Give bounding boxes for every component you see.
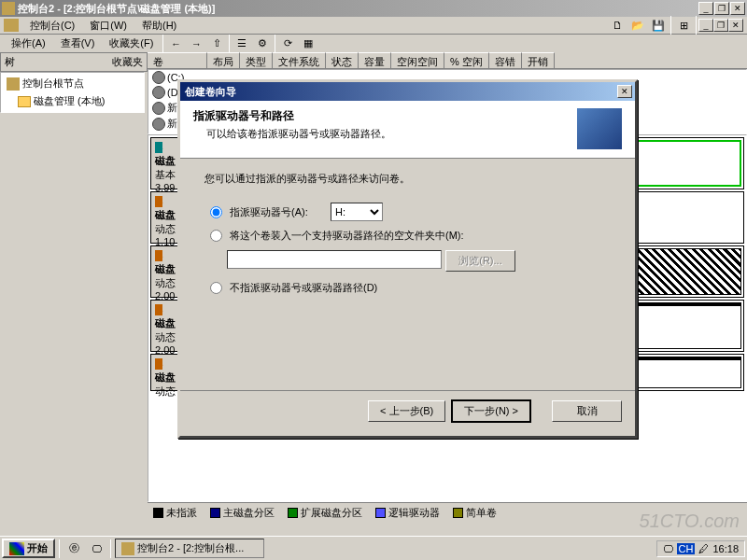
taskbar-task[interactable]: 控制台2 - [2:控制台根... xyxy=(115,539,264,558)
inner-restore-button[interactable]: ❐ xyxy=(713,19,728,32)
radio-assign-letter-label[interactable]: 指派驱动器号(A): xyxy=(230,205,308,219)
legend-unallocated: 未指派 xyxy=(153,506,197,520)
menu-console[interactable]: 控制台(C) xyxy=(22,17,82,35)
app-menu-icon xyxy=(4,19,19,32)
legend-simple: 简单卷 xyxy=(453,506,497,520)
option-mount-folder[interactable]: 将这个卷装入一个支持驱动器路径的空文件夹中(M): xyxy=(204,229,611,243)
system-tray[interactable]: 🖵 CH 🖊 16:18 xyxy=(656,540,745,557)
option-assign-letter[interactable]: 指派驱动器号(A): H: xyxy=(204,203,611,221)
taskbar: 开始 ⓔ 🖵 控制台2 - [2:控制台根... 🖵 CH 🖊 16:18 xyxy=(0,536,747,560)
tree-item-label: 磁盘管理 (本地) xyxy=(34,94,105,108)
wizard-heading: 指派驱动器号和路径 xyxy=(193,108,577,124)
quicklaunch-desktop-icon[interactable]: 🖵 xyxy=(86,539,106,559)
wizard-titlebar[interactable]: 创建卷向导 ✕ xyxy=(180,82,635,101)
menu-window[interactable]: 窗口(W) xyxy=(82,17,134,35)
disk-type: 基本 xyxy=(155,169,176,180)
legend-primary: 主磁盘分区 xyxy=(210,506,275,520)
mount-path-input[interactable] xyxy=(227,250,442,269)
watermark: 51CTO.com xyxy=(640,511,740,532)
tree-root-label: 控制台根节点 xyxy=(22,77,84,91)
drive-letter-select[interactable]: H: xyxy=(331,203,383,221)
inner-close-button[interactable]: ✕ xyxy=(728,19,743,32)
action-menubar: 操作(A) 查看(V) 收藏夹(F) ← → ⇧ ☰ ⚙ ⟳ ▦ xyxy=(0,35,747,52)
clock[interactable]: 16:18 xyxy=(712,543,739,554)
wizard-header: 指派驱动器号和路径 可以给该卷指派驱动器号或驱动器路径。 xyxy=(180,101,635,159)
col-status[interactable]: 状态 xyxy=(326,52,359,68)
tray-icon[interactable]: 🖊 xyxy=(698,543,709,554)
col-type[interactable]: 类型 xyxy=(240,52,273,68)
ime-indicator[interactable]: CH xyxy=(677,543,696,554)
radio-assign-letter[interactable] xyxy=(210,206,222,218)
disk-icon xyxy=(152,102,165,115)
toolbar-new-icon[interactable]: 🗋 xyxy=(607,15,627,35)
favorites-header-label: 收藏夹 xyxy=(112,55,143,69)
view-list-icon[interactable]: ☰ xyxy=(232,34,252,54)
menu-favorites[interactable]: 收藏夹(F) xyxy=(102,35,161,52)
tree-panel[interactable]: 控制台根节点 磁盘管理 (本地) xyxy=(0,72,145,113)
back-button[interactable]: < 上一步(B) xyxy=(368,400,445,422)
tray-icon[interactable]: 🖵 xyxy=(663,543,673,554)
windows-logo-icon xyxy=(9,542,24,555)
toolbar-open-icon[interactable]: 📂 xyxy=(627,15,648,35)
browse-button[interactable]: 浏览(R)... xyxy=(445,250,515,272)
toolbar-newwin-icon[interactable]: ⊞ xyxy=(673,15,694,35)
wizard-footer: < 上一步(B) 下一步(N) > 取消 xyxy=(180,390,635,431)
tree-root[interactable]: 控制台根节点 xyxy=(3,75,142,92)
radio-mount-folder[interactable] xyxy=(210,230,222,242)
disk-icon xyxy=(152,118,165,131)
start-button[interactable]: 开始 xyxy=(2,539,55,558)
menu-operate[interactable]: 操作(A) xyxy=(4,35,53,52)
main-menubar: 控制台(C) 窗口(W) 帮助(H) 🗋 📂 💾 ⊞ _ ❐ ✕ xyxy=(0,17,747,35)
inner-minimize-button[interactable]: _ xyxy=(698,19,713,32)
radio-no-assign[interactable] xyxy=(210,282,222,294)
task-icon xyxy=(121,542,134,555)
wizard-subheading: 可以给该卷指派驱动器号或驱动器路径。 xyxy=(193,127,577,141)
col-free[interactable]: 空闲空间 xyxy=(391,52,444,68)
radio-no-assign-label[interactable]: 不指派驱动器号或驱动器路径(D) xyxy=(230,281,377,295)
col-volume[interactable]: 卷 xyxy=(148,52,207,68)
col-overhead[interactable]: 开销 xyxy=(522,52,555,68)
folder-icon xyxy=(18,96,31,107)
disk-type: 动态 xyxy=(155,277,176,288)
create-volume-wizard: 创建卷向导 ✕ 指派驱动器号和路径 可以给该卷指派驱动器号或驱动器路径。 您可以… xyxy=(177,79,638,439)
minimize-button[interactable]: _ xyxy=(698,2,713,15)
console-root-icon xyxy=(7,77,20,91)
window-title: 控制台2 - [2:控制台根节点\磁盘管理 (本地)] xyxy=(18,2,698,16)
col-layout[interactable]: 布局 xyxy=(207,52,240,68)
cancel-button[interactable]: 取消 xyxy=(552,400,622,422)
properties-icon[interactable]: ▦ xyxy=(298,34,318,54)
radio-mount-folder-label[interactable]: 将这个卷装入一个支持驱动器路径的空文件夹中(M): xyxy=(230,229,464,243)
tree-header-label: 树 xyxy=(5,55,112,69)
legend-extended: 扩展磁盘分区 xyxy=(288,506,362,520)
next-button[interactable]: 下一步(N) > xyxy=(451,399,531,423)
task-label: 控制台2 - [2:控制台根... xyxy=(137,541,244,555)
disk-type: 动态 xyxy=(155,385,176,397)
nav-back-icon[interactable]: ← xyxy=(165,34,186,54)
wizard-title-text: 创建卷向导 xyxy=(183,85,617,99)
quicklaunch-ie-icon[interactable]: ⓔ xyxy=(63,539,84,559)
disk-icon xyxy=(152,86,165,99)
refresh-icon[interactable]: ⟳ xyxy=(277,34,298,54)
menu-help[interactable]: 帮助(H) xyxy=(134,17,184,35)
wizard-banner-icon xyxy=(577,108,622,149)
wizard-close-button[interactable]: ✕ xyxy=(617,85,632,98)
settings-icon[interactable]: ⚙ xyxy=(252,34,273,54)
close-button[interactable]: ✕ xyxy=(730,2,745,15)
disk-icon xyxy=(152,71,165,84)
col-fs[interactable]: 文件系统 xyxy=(273,52,326,68)
disk-type: 动态 xyxy=(155,223,176,234)
volume-list-header: 卷 布局 类型 文件系统 状态 容量 空闲空间 % 空闲 容错 开销 xyxy=(148,52,747,69)
tree-header: 树 收藏夹 xyxy=(0,52,148,72)
col-capacity[interactable]: 容量 xyxy=(359,52,391,68)
legend-logical: 逻辑驱动器 xyxy=(375,506,440,520)
menu-view[interactable]: 查看(V) xyxy=(53,35,103,52)
col-pct[interactable]: % 空闲 xyxy=(444,52,489,68)
col-fault[interactable]: 容错 xyxy=(489,52,522,68)
maximize-button[interactable]: ❐ xyxy=(714,2,729,15)
toolbar-save-icon[interactable]: 💾 xyxy=(648,15,669,35)
wizard-description: 您可以通过指派的驱动器号或路径来访问卷。 xyxy=(204,172,611,186)
nav-forward-icon[interactable]: → xyxy=(186,34,206,54)
tree-item-diskmanagement[interactable]: 磁盘管理 (本地) xyxy=(3,92,142,110)
nav-up-icon[interactable]: ⇧ xyxy=(206,34,227,54)
option-no-assign[interactable]: 不指派驱动器号或驱动器路径(D) xyxy=(204,281,611,295)
